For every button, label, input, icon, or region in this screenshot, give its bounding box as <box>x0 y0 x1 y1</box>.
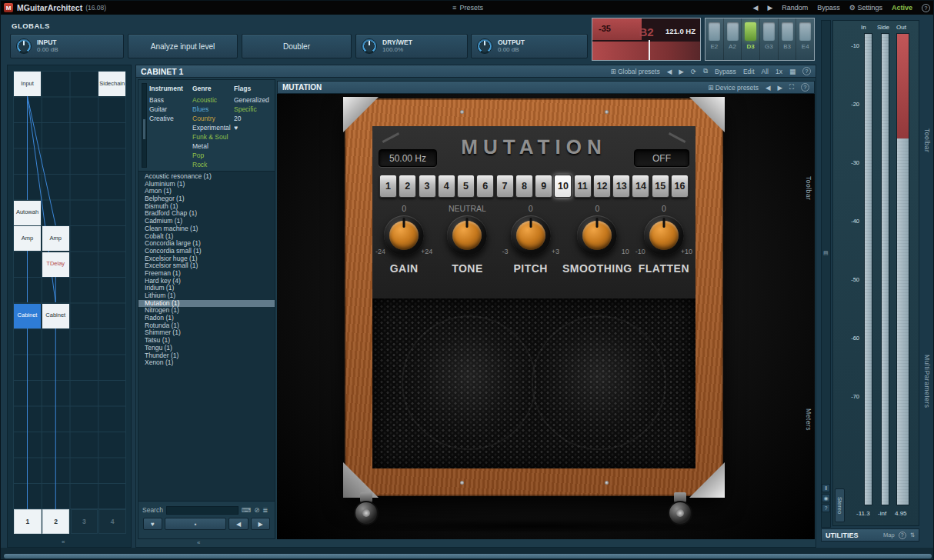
graph-tab-2[interactable]: 2 <box>42 509 70 534</box>
flag-generalized[interactable]: Generalized <box>234 95 272 105</box>
channel-button-3[interactable]: 3 <box>419 175 436 198</box>
tab-multiparameters[interactable]: MultiParameters <box>923 355 931 408</box>
graph-node-cabinet[interactable]: Cabinet <box>14 304 41 328</box>
device-presets-button[interactable]: ⊞ Device presets <box>708 84 759 92</box>
channel-button-16[interactable]: 16 <box>671 175 689 198</box>
random-button[interactable]: Random <box>782 4 808 12</box>
genre-pop[interactable]: Pop <box>192 151 232 160</box>
output-knob[interactable] <box>477 38 492 54</box>
drywet-control[interactable]: DRY/WET100.0% <box>355 34 468 58</box>
graph-tab-3[interactable]: 3 <box>71 509 98 534</box>
flag--[interactable]: ♥ <box>234 123 272 132</box>
graph-node-autowah[interactable]: Autowah <box>14 201 41 225</box>
active-indicator[interactable]: Active <box>892 4 912 12</box>
meters-collapse-strip[interactable]: ▤ <box>821 20 831 528</box>
cabinet-all-button[interactable]: All <box>762 68 769 75</box>
knob-gain[interactable] <box>384 215 424 255</box>
tuner-string-e2[interactable]: E2 <box>706 18 724 60</box>
prev-preset-button[interactable]: ◀ <box>752 4 758 12</box>
tab-meters[interactable]: Meters <box>805 408 812 431</box>
sort-icon[interactable]: ⇅ <box>910 532 915 538</box>
knob-smoothing[interactable] <box>577 215 617 255</box>
tab-toolbar[interactable]: Toolbar <box>805 176 812 200</box>
graph-node-amp[interactable]: Amp <box>14 226 41 251</box>
graph-node-amp[interactable]: Amp <box>42 226 69 251</box>
list-view-icon[interactable]: ≣ <box>262 506 268 514</box>
randomize-icon[interactable]: ⟳ <box>691 68 696 75</box>
preset-list[interactable]: Acoustic resonance (1)Aluminium (1)Amon … <box>138 171 275 502</box>
graph-tab-4[interactable]: 4 <box>98 509 126 534</box>
channel-button-5[interactable]: 5 <box>457 175 475 198</box>
input-knob[interactable] <box>16 38 32 54</box>
global-presets-button[interactable]: ⊞ Global presets <box>610 68 659 75</box>
channel-button-11[interactable]: 11 <box>574 175 592 198</box>
mode-display[interactable]: OFF <box>634 149 689 167</box>
settings-button[interactable]: ⚙ Settings <box>849 4 882 12</box>
search-input[interactable] <box>166 506 239 515</box>
fullscreen-icon[interactable]: ⛶ <box>789 83 794 92</box>
graph-node-input[interactable]: Input <box>14 72 41 96</box>
previous-preset-button[interactable]: ◀ <box>228 518 249 530</box>
input-gain-control[interactable]: INPUT0.00 dB <box>10 34 124 58</box>
horizontal-scrollbar[interactable] <box>4 554 932 558</box>
knob-pitch[interactable] <box>511 215 551 255</box>
tuner-string-a2[interactable]: A2 <box>724 18 742 60</box>
channel-button-14[interactable]: 14 <box>632 175 649 198</box>
scrollbar-thumb[interactable] <box>143 119 145 139</box>
bypass-button[interactable]: Bypass <box>817 4 840 12</box>
cabinet-bypass-button[interactable]: Bypass <box>715 68 736 75</box>
collapse-handle[interactable]: ‹‹ <box>62 538 64 545</box>
tab-toolbar-right[interactable]: Toolbar <box>923 128 931 152</box>
channel-button-1[interactable]: 1 <box>379 175 397 198</box>
knob-flatten[interactable] <box>644 215 684 255</box>
instrument-creative[interactable]: Creative <box>149 114 189 123</box>
genre-blues[interactable]: Blues <box>192 105 232 114</box>
oversampling-button[interactable]: 1x <box>776 68 782 75</box>
device-help-icon[interactable]: ? <box>801 83 809 92</box>
prev-global-preset-button[interactable]: ◀ <box>667 68 672 75</box>
genre-experimental[interactable]: Experimental <box>192 123 232 132</box>
channel-button-2[interactable]: 2 <box>399 175 416 198</box>
channel-button-6[interactable]: 6 <box>476 175 494 198</box>
clear-search-icon[interactable]: ⊘ <box>254 506 259 514</box>
channel-button-12[interactable]: 12 <box>593 175 611 198</box>
preset-item[interactable]: Xenon (1) <box>138 359 275 367</box>
tuner-strings[interactable]: E2A2D3G3B3E4 <box>705 18 815 61</box>
next-preset-button[interactable]: ▶ <box>767 4 772 12</box>
graph-node-cabinet[interactable]: Cabinet <box>42 304 69 328</box>
channel-button-15[interactable]: 15 <box>652 175 669 198</box>
help-icon[interactable]: ? <box>922 4 930 12</box>
graph-node-sidechain[interactable]: Sidechain <box>98 72 125 96</box>
channel-button-10[interactable]: 10 <box>554 175 572 198</box>
genre-rock[interactable]: Rock <box>192 160 232 169</box>
channel-button-7[interactable]: 7 <box>496 175 514 198</box>
instrument-guitar[interactable]: Guitar <box>149 105 189 114</box>
prev-device-preset-button[interactable]: ◀ <box>766 84 771 92</box>
genre-funk-soul[interactable]: Funk & Soul <box>192 132 232 142</box>
frequency-display[interactable]: 50.00 Hz <box>379 149 437 167</box>
keyboard-icon[interactable]: ⌨ <box>242 506 251 514</box>
panel-icon[interactable]: ▦ <box>789 68 796 75</box>
genre-country[interactable]: Country <box>192 114 232 123</box>
channel-button-13[interactable]: 13 <box>612 175 630 198</box>
flag-specific[interactable]: Specific <box>234 105 272 114</box>
meter-help-icon[interactable]: ? <box>822 504 830 512</box>
next-preset-button2[interactable]: ▶ <box>251 518 270 530</box>
doubler-button[interactable]: Doubler <box>242 34 352 58</box>
stereo-mode-tab[interactable]: Stereo <box>835 488 845 522</box>
cabinet-edit-button[interactable]: Edit <box>743 68 755 75</box>
genre-acoustic[interactable]: Acoustic <box>192 95 232 105</box>
presets-menu[interactable]: ≡ Presets <box>452 4 483 12</box>
target-icon[interactable]: ◉ <box>822 494 830 502</box>
collapse-handle[interactable]: ‹‹ <box>197 539 199 546</box>
copy-icon[interactable]: ⧉ <box>703 67 708 75</box>
load-preset-button[interactable]: ▪ <box>165 518 226 530</box>
tuner-string-d3[interactable]: D3 <box>742 18 760 60</box>
knob-tone[interactable] <box>447 215 487 255</box>
channel-button-9[interactable]: 9 <box>535 175 552 198</box>
tuner-string-e4[interactable]: E4 <box>796 18 814 60</box>
filter-scrollbar[interactable] <box>142 83 147 168</box>
channel-button-8[interactable]: 8 <box>515 175 533 198</box>
graph-node-tdelay[interactable]: TDelay <box>42 252 69 277</box>
genre-metal[interactable]: Metal <box>192 142 232 151</box>
